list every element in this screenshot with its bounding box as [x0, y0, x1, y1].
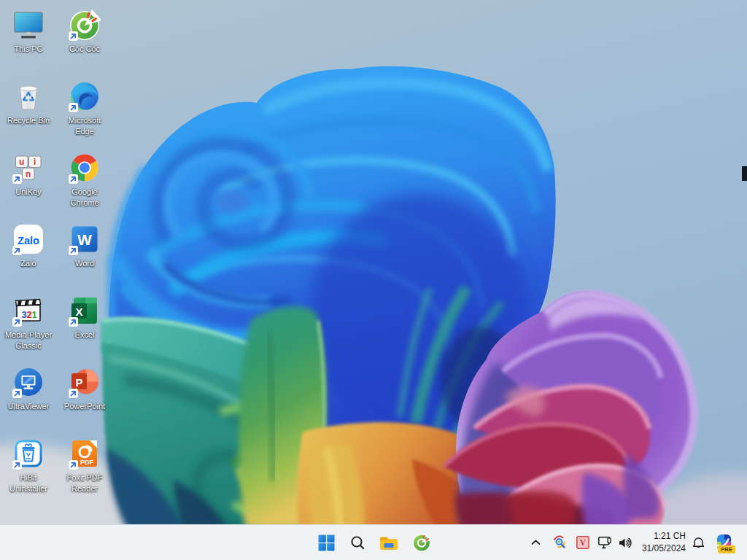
svg-text:X: X [75, 306, 82, 318]
svg-text:u: u [19, 157, 24, 167]
svg-text:Zalo: Zalo [18, 235, 39, 246]
svg-text:P: P [75, 376, 82, 389]
svg-text:V: V [580, 538, 587, 547]
svg-text:PDF: PDF [80, 459, 94, 466]
svg-text:n: n [26, 169, 31, 179]
svg-text:W: W [77, 231, 92, 248]
svg-text:1: 1 [32, 309, 37, 320]
svg-text:i: i [34, 157, 36, 167]
